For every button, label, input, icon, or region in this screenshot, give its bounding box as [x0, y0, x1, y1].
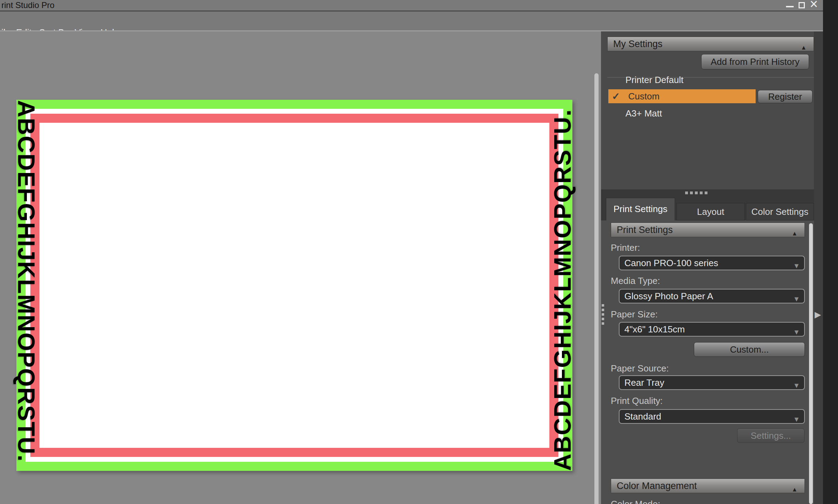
printer-label: Printer: [611, 242, 640, 253]
add-from-print-history-button[interactable]: Add from Print History [701, 54, 809, 69]
menu-bar: ile Edit Sort By View Help [0, 12, 823, 30]
panel-vertical-scrollbar[interactable] [809, 223, 813, 504]
print-quality-select[interactable]: Standard ▼ [619, 409, 805, 424]
color-management-title: Color Management [617, 481, 697, 491]
print-settings-header-title: Print Settings [617, 225, 673, 235]
paper-source-select[interactable]: Rear Tray ▼ [619, 375, 805, 390]
my-settings-section-header[interactable]: My Settings ▲ [607, 37, 814, 51]
media-type-value: Glossy Photo Paper A [624, 291, 713, 301]
print-quality-value: Standard [624, 411, 661, 422]
preview-canvas: ABCDEFGHIJKLMNOPQRSTU. ABCDEFGHIJKLMNOPQ… [0, 31, 601, 504]
color-management-section-header[interactable]: Color Management ▲ [611, 479, 805, 493]
panel-splitter-handle[interactable] [685, 191, 707, 194]
settings-item-printer-default[interactable]: Printer Default [625, 75, 683, 85]
chevron-down-icon: ▼ [793, 413, 800, 426]
paper-source-value: Rear Tray [624, 377, 664, 388]
paper-source-label: Paper Source: [611, 363, 669, 374]
panel-expand-icon[interactable]: ▶ [815, 310, 821, 319]
printer-value: Canon PRO-100 series [624, 258, 718, 268]
tab-color-settings[interactable]: Color Settings [746, 203, 814, 220]
quality-settings-button-disabled[interactable]: Settings... [737, 428, 804, 443]
window-title: rint Studio Pro [1, 0, 54, 10]
register-button[interactable]: Register [758, 90, 813, 103]
print-preview-page[interactable] [16, 100, 572, 471]
settings-item-custom-label: Custom [628, 91, 660, 102]
close-icon[interactable]: × [810, 0, 818, 11]
alphabet-text-right: ABCDEFGHIJKLMNOPQRSTU. [552, 100, 572, 471]
collapse-icon: ▲ [792, 227, 798, 241]
chevron-down-icon: ▼ [793, 379, 800, 392]
check-icon: ✓ [612, 91, 620, 102]
panel-resize-handle[interactable] [602, 304, 604, 327]
printer-select[interactable]: Canon PRO-100 series ▼ [619, 256, 805, 270]
color-mode-label: Color Mode: [611, 499, 660, 504]
canvas-vertical-scrollbar[interactable] [594, 73, 599, 504]
collapse-icon: ▲ [792, 483, 798, 497]
maximize-icon[interactable] [799, 2, 805, 8]
chevron-down-icon: ▼ [793, 325, 800, 339]
media-type-label: Media Type: [611, 276, 660, 286]
collapse-icon: ▲ [801, 41, 807, 55]
chevron-down-icon: ▼ [793, 259, 800, 272]
paper-size-value: 4"x6" 10x15cm [624, 324, 685, 334]
chevron-down-icon: ▼ [793, 292, 800, 306]
title-bar: rint Studio Pro × [0, 0, 823, 10]
media-type-select[interactable]: Glossy Photo Paper A ▼ [619, 289, 805, 303]
minimize-icon[interactable] [786, 6, 794, 7]
tab-print-settings[interactable]: Print Settings [606, 198, 675, 220]
paper-size-label: Paper Size: [611, 309, 658, 320]
tab-layout[interactable]: Layout [676, 203, 745, 220]
print-settings-section-header[interactable]: Print Settings ▲ [611, 223, 805, 237]
my-settings-title: My Settings [613, 39, 662, 49]
print-quality-label: Print Quality: [611, 396, 663, 406]
background-strip [823, 0, 838, 504]
settings-item-custom-selected[interactable]: ✓ Custom [608, 89, 756, 103]
settings-item-a3-matt[interactable]: A3+ Matt [625, 108, 662, 119]
paper-size-select[interactable]: 4"x6" 10x15cm ▼ [619, 322, 805, 337]
custom-paper-size-button[interactable]: Custom... [694, 342, 805, 357]
paper-interior [39, 123, 549, 448]
panel-gutter [814, 31, 823, 504]
alphabet-text-left: ABCDEFGHIJKLMNOPQRSTU. [16, 100, 37, 471]
